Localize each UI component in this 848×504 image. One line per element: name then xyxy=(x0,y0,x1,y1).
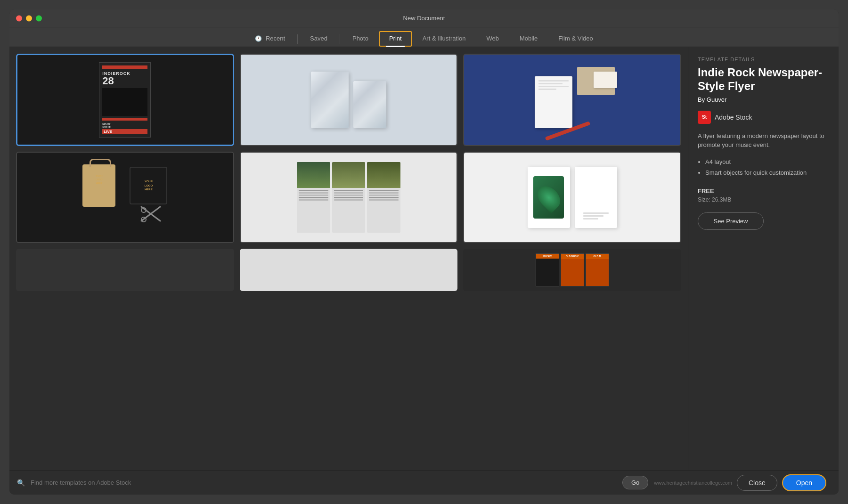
maximize-window-btn[interactable] xyxy=(36,15,42,21)
retail-scissors xyxy=(139,204,163,228)
retail-bag: YOURLOGOHERE xyxy=(82,164,115,207)
search-input[interactable] xyxy=(31,479,617,486)
flamingo-card-1 xyxy=(528,167,570,228)
template-card-stationery[interactable]: Stationery Branding Scene Mock... FREE xyxy=(463,54,681,146)
search-icon: 🔍 xyxy=(17,479,25,487)
details-description: A flyer featuring a modern newspaper lay… xyxy=(698,131,829,150)
template-thumb-indie: INDIEROCK 28 MARYSMITH LIVE xyxy=(17,55,233,145)
window-controls xyxy=(16,15,42,21)
main-content: INDIEROCK 28 MARYSMITH LIVE Indie Rock N… xyxy=(9,47,839,470)
template-info-retail: Retail Branding Scene Mockup FREE xyxy=(17,242,233,243)
template-card-retail[interactable]: YOURLOGOHERE YOURLOGOHERE xyxy=(16,152,234,243)
trifold-panel-1 xyxy=(297,162,330,233)
stationery-paper xyxy=(535,76,572,128)
details-section-label: TEMPLATE DETAILS xyxy=(698,57,829,62)
close-window-btn[interactable] xyxy=(16,15,22,21)
trifold-visual xyxy=(297,162,400,233)
tab-separator-1 xyxy=(297,34,298,44)
template-thumb-stationery xyxy=(464,55,680,145)
bottom-bar: 🔍 Go www.heritagechristiancollege.com Cl… xyxy=(9,470,839,495)
bullet-1: A4 layout xyxy=(705,156,829,167)
stationery-card xyxy=(594,72,617,88)
tab-mobile[interactable]: Mobile xyxy=(509,31,548,47)
tab-film[interactable]: Film & Video xyxy=(548,31,603,47)
stationery-visual xyxy=(525,62,620,138)
source-name: Adobe Stock xyxy=(715,114,752,121)
clock-icon: 🕐 xyxy=(255,35,262,42)
bottom-actions: www.heritagechristiancollege.com Close O… xyxy=(654,474,831,491)
template-info-stationery: Stationery Branding Scene Mock... FREE xyxy=(464,145,680,146)
trifold-panel-3 xyxy=(367,162,400,233)
tab-separator-2 xyxy=(340,34,340,44)
details-source: St Adobe Stock xyxy=(698,111,829,124)
new-document-dialog: New Document 🕐 Recent Saved Photo Print … xyxy=(9,9,839,495)
tab-web[interactable]: Web xyxy=(476,31,509,47)
tabs-bar: 🕐 Recent Saved Photo Print Art & Illustr… xyxy=(9,27,839,47)
details-title: Indie Rock Newspaper-Style Flyer xyxy=(698,66,829,93)
templates-grid: INDIEROCK 28 MARYSMITH LIVE Indie Rock N… xyxy=(16,54,681,243)
partial-card-2[interactable] xyxy=(240,249,458,291)
template-card-flamingo[interactable]: Flamingo Business Card FREE xyxy=(463,152,681,243)
marble-card-back xyxy=(311,72,349,128)
template-info-flamingo: Flamingo Business Card FREE xyxy=(464,242,680,243)
details-author: By Guuver xyxy=(698,96,829,103)
template-thumb-flamingo xyxy=(464,153,680,242)
open-button[interactable]: Open xyxy=(782,474,826,491)
details-bullets: A4 layout Smart objects for quick custom… xyxy=(698,156,829,179)
flamingo-visual xyxy=(528,167,617,228)
template-thumb-marble xyxy=(241,55,457,145)
bottom-url: www.heritagechristiancollege.com xyxy=(654,480,732,486)
tab-print[interactable]: Print xyxy=(379,31,412,47)
close-button[interactable]: Close xyxy=(737,475,777,491)
retail-shirt: YOURLOGOHERE xyxy=(130,167,167,204)
window-title: New Document xyxy=(403,15,445,22)
minimize-window-btn[interactable] xyxy=(26,15,32,21)
template-thumb-trifold xyxy=(241,153,457,242)
tab-saved[interactable]: Saved xyxy=(300,31,338,47)
bullet-2: Smart objects for quick customization xyxy=(705,167,829,178)
template-info-trifold: Tri-Fold Brochure FREE xyxy=(241,242,457,243)
details-size: Size: 26.3MB xyxy=(698,196,829,203)
see-preview-button[interactable]: See Preview xyxy=(698,212,764,230)
partial-row: MUSIC OLD MUSIC OLD M xyxy=(16,249,681,291)
tab-photo[interactable]: Photo xyxy=(342,31,379,47)
template-card-indie[interactable]: INDIEROCK 28 MARYSMITH LIVE Indie Rock N… xyxy=(16,54,234,146)
partial-card-1[interactable] xyxy=(16,249,234,291)
adobe-stock-icon: St xyxy=(698,111,711,124)
template-thumb-retail: YOURLOGOHERE YOURLOGOHERE xyxy=(17,153,233,242)
flamingo-card-2 xyxy=(575,167,617,228)
go-button[interactable]: Go xyxy=(622,476,648,489)
template-grid-section: INDIEROCK 28 MARYSMITH LIVE Indie Rock N… xyxy=(9,47,688,470)
indie-poster-visual: INDIEROCK 28 MARYSMITH LIVE xyxy=(99,62,151,138)
template-card-trifold[interactable]: Tri-Fold Brochure FREE xyxy=(240,152,458,243)
titlebar: New Document xyxy=(9,9,839,27)
partial-card-3[interactable]: MUSIC OLD MUSIC OLD M xyxy=(463,249,681,291)
trifold-panel-2 xyxy=(332,162,366,233)
tab-recent[interactable]: 🕐 Recent xyxy=(245,31,295,47)
retail-visual: YOURLOGOHERE YOURLOGOHERE xyxy=(78,160,172,235)
template-card-marble[interactable]: Marbled Business Card FREE xyxy=(240,54,458,146)
marble-card-front xyxy=(353,81,386,128)
template-info-indie: Indie Rock Newspaper-Style Flyer FREE xyxy=(17,145,233,146)
tab-art[interactable]: Art & Illustration xyxy=(412,31,476,47)
details-panel: TEMPLATE DETAILS Indie Rock Newspaper-St… xyxy=(688,47,839,470)
details-price: FREE xyxy=(698,187,829,195)
template-info-marble: Marbled Business Card FREE xyxy=(241,145,457,146)
